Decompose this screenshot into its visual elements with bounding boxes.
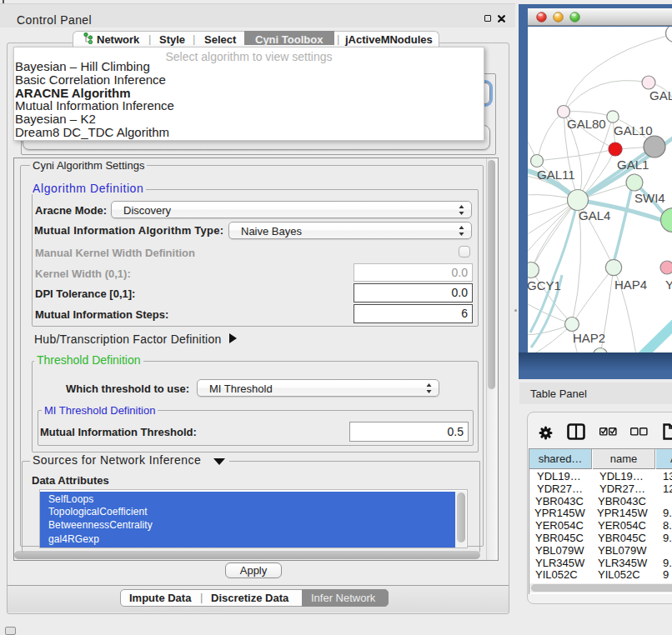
svg-text:GAL2: GAL2 (649, 88, 672, 102)
svg-text:HAP2: HAP2 (573, 331, 605, 345)
svg-text:HAP4: HAP4 (614, 278, 647, 292)
svg-text:GAL11: GAL11 (537, 168, 575, 182)
svg-text:GAL80: GAL80 (567, 117, 606, 131)
svg-text:SWI4: SWI4 (634, 191, 665, 205)
svg-text:Y: Y (665, 278, 672, 292)
svg-text:GAL4: GAL4 (579, 208, 610, 222)
svg-text:GCY1: GCY1 (528, 278, 561, 292)
svg-text:GAL1: GAL1 (617, 158, 649, 172)
svg-text:GAL10: GAL10 (614, 123, 653, 138)
